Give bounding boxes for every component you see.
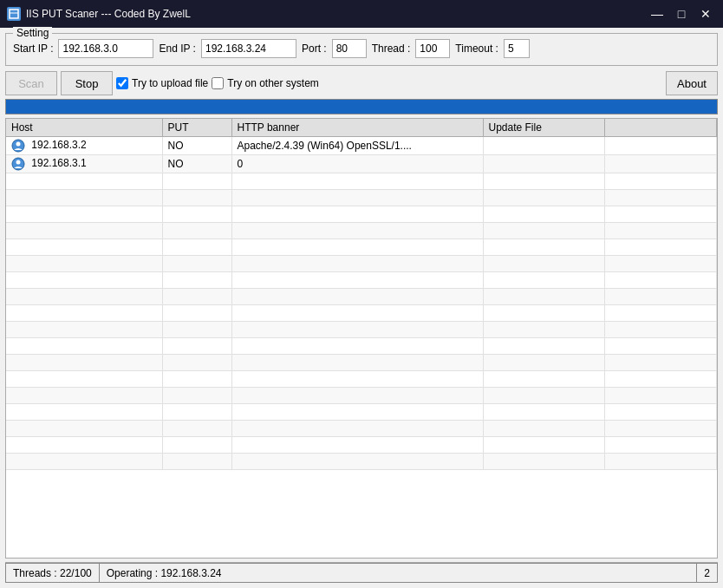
cell-empty — [6, 289, 162, 305]
col-header-extra — [604, 119, 717, 137]
cell-empty — [231, 173, 483, 190]
svg-point-5 — [16, 160, 21, 165]
cell-empty — [162, 206, 231, 223]
start-ip-input[interactable] — [58, 39, 153, 58]
svg-rect-0 — [10, 10, 18, 18]
table-row-empty — [6, 206, 717, 223]
cell-empty — [6, 223, 162, 239]
cell-empty — [483, 206, 604, 223]
cell-empty — [6, 190, 162, 206]
port-input[interactable] — [332, 39, 367, 58]
group-legend: Setting — [13, 27, 52, 39]
cell-empty — [6, 437, 162, 454]
cell-empty — [162, 355, 231, 371]
close-button[interactable]: ✕ — [695, 5, 716, 23]
cell-empty — [231, 289, 483, 305]
cell-empty — [483, 190, 604, 206]
cell-empty — [6, 421, 162, 437]
cell-empty — [231, 437, 483, 454]
cell-empty — [604, 322, 717, 338]
cell-update — [483, 137, 604, 155]
cell-empty — [604, 289, 717, 305]
status-bar: Threads : 22/100 Operating : 192.168.3.2… — [5, 562, 718, 583]
cell-update — [483, 155, 604, 173]
table-row-empty — [6, 239, 717, 256]
table-row-empty — [6, 404, 717, 421]
maximize-button[interactable]: □ — [671, 5, 692, 23]
cell-empty — [231, 223, 483, 239]
cell-empty — [231, 256, 483, 272]
cell-empty — [162, 289, 231, 305]
end-ip-input[interactable] — [201, 39, 296, 58]
cell-empty — [231, 272, 483, 289]
about-button[interactable]: About — [666, 71, 718, 95]
cell-empty — [231, 454, 483, 470]
other-system-checkbox[interactable] — [212, 77, 224, 89]
cell-empty — [231, 338, 483, 355]
upload-file-checkbox-label[interactable]: Try to upload file — [116, 77, 208, 89]
timeout-input[interactable] — [504, 39, 530, 58]
cell-empty — [6, 239, 162, 256]
cell-host: 192.168.3.1 — [6, 155, 162, 173]
cell-empty — [483, 421, 604, 437]
cell-empty — [6, 388, 162, 404]
cell-empty — [231, 388, 483, 404]
upload-file-checkbox[interactable] — [116, 77, 128, 89]
cell-host: 192.168.3.2 — [6, 137, 162, 155]
app-icon — [7, 7, 21, 21]
table-row-empty — [6, 173, 717, 190]
cell-empty — [483, 272, 604, 289]
cell-empty — [162, 256, 231, 272]
thread-input[interactable] — [415, 39, 450, 58]
cell-empty — [604, 355, 717, 371]
cell-empty — [604, 437, 717, 454]
table-row-empty — [6, 322, 717, 338]
app-title: IIS PUT Scaner --- Coded By ZwelL — [26, 8, 191, 20]
cell-empty — [604, 421, 717, 437]
cell-empty — [604, 454, 717, 470]
scan-button[interactable]: Scan — [5, 71, 57, 95]
cell-empty — [162, 322, 231, 338]
cell-extra — [604, 137, 717, 155]
table-row-empty — [6, 256, 717, 272]
cell-empty — [6, 206, 162, 223]
cell-empty — [6, 355, 162, 371]
timeout-label: Timeout : — [455, 42, 498, 55]
cell-empty — [162, 272, 231, 289]
other-system-label: Try on other system — [227, 77, 319, 89]
host-icon — [11, 157, 25, 171]
cell-empty — [6, 404, 162, 421]
status-extra: 2 — [696, 563, 718, 583]
table-row: 192.168.3.1 NO0 — [6, 155, 717, 173]
end-ip-label: End IP : — [159, 42, 195, 55]
table-row-empty — [6, 454, 717, 470]
cell-empty — [604, 404, 717, 421]
col-header-update: Update File — [483, 119, 604, 137]
cell-empty — [231, 239, 483, 256]
other-system-checkbox-label[interactable]: Try on other system — [212, 77, 319, 89]
cell-empty — [604, 190, 717, 206]
stop-button[interactable]: Stop — [61, 71, 113, 95]
col-header-banner: HTTP banner — [231, 119, 483, 137]
cell-empty — [604, 388, 717, 404]
results-table-container[interactable]: Host PUT HTTP banner Update File 192.168… — [5, 118, 718, 559]
cell-empty — [162, 338, 231, 355]
settings-group: Setting Start IP : End IP : Port : Threa… — [5, 33, 718, 66]
status-threads: Threads : 22/100 — [5, 563, 99, 583]
table-row: 192.168.3.2 NOApache/2.4.39 (Win64) Open… — [6, 137, 717, 155]
cell-empty — [162, 404, 231, 421]
cell-empty — [483, 322, 604, 338]
settings-row: Start IP : End IP : Port : Thread : Time… — [13, 39, 710, 58]
cell-empty — [162, 305, 231, 322]
table-row-empty — [6, 355, 717, 371]
host-icon — [11, 139, 25, 153]
cell-empty — [483, 388, 604, 404]
cell-empty — [231, 305, 483, 322]
port-label: Port : — [302, 42, 327, 55]
cell-empty — [483, 437, 604, 454]
cell-empty — [6, 305, 162, 322]
minimize-button[interactable]: — — [647, 5, 668, 23]
table-row-empty — [6, 289, 717, 305]
cell-empty — [6, 371, 162, 388]
cell-empty — [231, 371, 483, 388]
